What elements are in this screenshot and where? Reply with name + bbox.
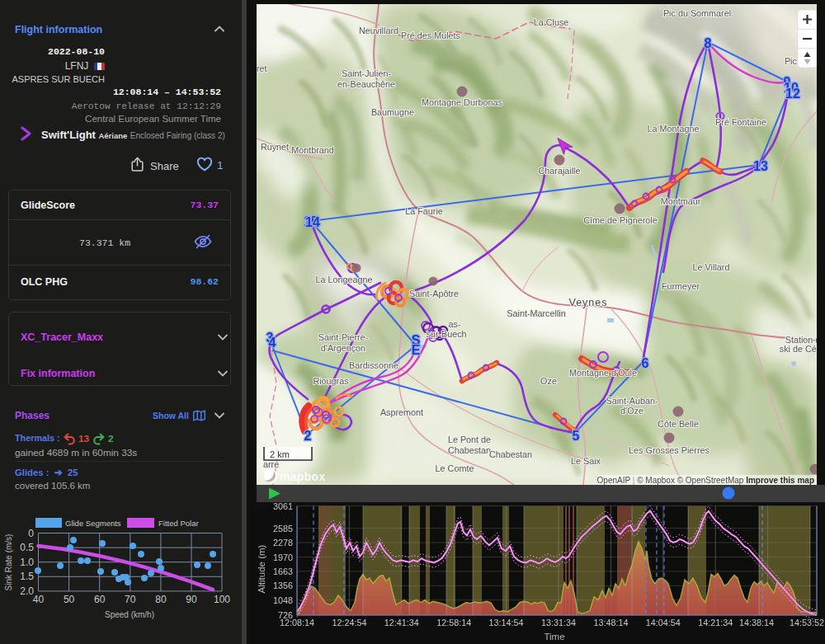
svg-text:Oze: Oze [540,376,557,386]
svg-text:La Longeagne: La Longeagne [315,275,372,284]
svg-text:0.5: 0.5 [20,542,34,553]
svg-text:Montagne d'Oule: Montagne d'Oule [569,368,637,378]
svg-text:Cîme de Pignerole: Cîme de Pignerole [583,215,657,225]
svg-text:5: 5 [573,429,580,443]
svg-text:Saint-Marcellin: Saint-Marcellin [507,308,565,318]
svg-text:14:53:52: 14:53:52 [790,618,824,628]
svg-text:Altitude (m): Altitude (m) [257,544,266,593]
svg-text:Time: Time [544,632,564,642]
svg-text:14:38:14: 14:38:14 [739,618,774,628]
svg-text:Pic du Sommarel: Pic du Sommarel [663,8,731,18]
svg-text:mapbox: mapbox [280,470,325,483]
svg-text:1663: 1663 [273,566,293,576]
svg-text:OpenAIP | © Mapbox © OpenStree: OpenAIP | © Mapbox © OpenStreetMap Impro… [597,476,814,485]
svg-text:2: 2 [304,429,312,443]
svg-text:Chabestan: Chabestan [448,445,491,455]
svg-text:Bardissonne: Bardissonne [349,360,398,370]
svg-text:14: 14 [305,215,320,229]
svg-text:2585: 2585 [273,524,293,534]
svg-text:Saint-Julien-: Saint-Julien- [342,68,391,78]
svg-text:E: E [412,343,421,357]
svg-text:726: 726 [278,610,293,620]
svg-text:2.0: 2.0 [20,585,34,597]
svg-text:Les Grosses Pierres: Les Grosses Pierres [629,445,710,455]
svg-text:13:48:14: 13:48:14 [593,618,628,628]
svg-text:80: 80 [155,594,167,605]
svg-text:ski de Céüz: ski de Céüz [780,344,817,354]
svg-text:Ruynet: Ruynet [261,142,289,152]
svg-text:70: 70 [125,594,136,605]
svg-text:3061: 3061 [273,502,293,511]
svg-text:d'Argençon: d'Argençon [321,343,365,353]
svg-text:Chabestan: Chabestan [489,449,532,459]
svg-text:Montbrand: Montbrand [291,145,334,155]
svg-text:90: 90 [186,594,197,605]
svg-text:12:24:54: 12:24:54 [332,618,366,628]
svg-text:Saint-Auban-: Saint-Auban- [606,396,658,406]
svg-text:Montagne Durbonas: Montagne Durbonas [422,97,502,107]
svg-text:12: 12 [785,87,800,101]
svg-text:Sink Rate (m/s): Sink Rate (m/s) [4,534,13,591]
svg-text:13:14:54: 13:14:54 [489,618,524,628]
svg-text:La Montagne: La Montagne [647,124,699,134]
svg-text:1356: 1356 [273,581,293,590]
svg-text:Saint-Apôtre: Saint-Apôtre [409,289,459,298]
svg-text:Côte Belle: Côte Belle [658,419,699,429]
svg-text:Le Comte: Le Comte [436,463,474,473]
svg-text:Pré des Mulets: Pré des Mulets [401,31,461,40]
svg-text:Pré Fontaine: Pré Fontaine [715,117,766,127]
svg-text:Baumugne: Baumugne [371,107,414,117]
svg-text:Fitted Polar: Fitted Polar [158,519,199,528]
svg-text:6: 6 [642,356,649,370]
svg-text:Speed (km/h): Speed (km/h) [105,610,154,619]
svg-text:Aspremont: Aspremont [380,407,423,417]
svg-text:La Faurie: La Faurie [405,206,443,216]
svg-text:Charajaille: Charajaille [538,166,580,176]
svg-text:Furmeyer: Furmeyer [662,281,700,291]
svg-text:100: 100 [214,594,230,605]
svg-text:13: 13 [753,159,768,173]
svg-text:Le Saix: Le Saix [571,456,601,466]
svg-text:1.0: 1.0 [20,557,34,568]
svg-text:Le Villard: Le Villard [693,262,730,272]
svg-text:1.5: 1.5 [20,571,34,582]
svg-text:12:41:34: 12:41:34 [384,618,419,628]
svg-text:La Cluse: La Cluse [534,17,569,27]
svg-text:40: 40 [33,594,45,605]
svg-text:Veynes: Veynes [568,297,607,308]
svg-text:12:58:14: 12:58:14 [436,618,471,628]
svg-text:14:21:34: 14:21:34 [698,618,733,628]
svg-text:1048: 1048 [273,595,293,605]
svg-text:as-: as- [449,319,461,329]
svg-text:sur-Buech: sur-Buech [426,329,466,339]
svg-text:4: 4 [269,336,276,350]
svg-text:50: 50 [64,594,75,605]
svg-text:2278: 2278 [273,538,293,548]
svg-text:d'Oze: d'Oze [620,406,644,416]
svg-text:Glide Segments: Glide Segments [65,519,121,528]
svg-text:14:04:54: 14:04:54 [646,618,681,628]
svg-text:Le Pont de: Le Pont de [448,435,491,444]
svg-text:13:31:34: 13:31:34 [541,618,576,628]
svg-text:8: 8 [705,36,712,50]
svg-text:0: 0 [28,528,34,539]
svg-text:Montmaur: Montmaur [661,196,701,206]
svg-text:ret: ret [257,63,267,73]
svg-text:2 km: 2 km [270,449,290,459]
svg-text:Saint-Pierre-: Saint-Pierre- [318,332,369,342]
svg-text:1970: 1970 [273,552,293,562]
svg-text:Neuvillard: Neuvillard [359,26,398,35]
svg-text:Riougras: Riougras [313,376,349,386]
svg-text:60: 60 [94,594,106,605]
svg-text:en-Beauchêne: en-Beauchêne [337,79,395,89]
